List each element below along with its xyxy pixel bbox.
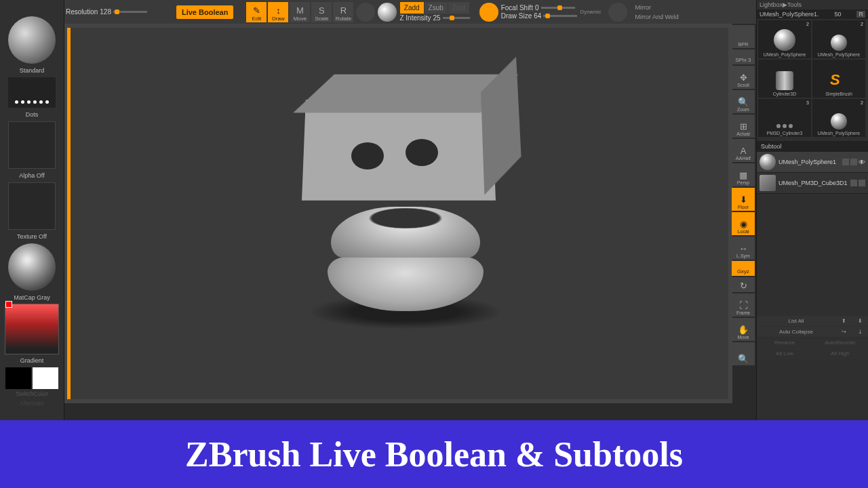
scroll-button[interactable]: ✥Scroll [732,66,755,89]
z-mode-chips: Zadd Zsub Zcut Z Intensity 25 [399,2,469,22]
zoom-icon: 🔍 [738,97,749,107]
tool-tile[interactable]: 3PM3D_Cylinder3 [758,99,811,137]
z-intensity-slider[interactable]: Z Intensity 25 [399,14,469,22]
frame-button[interactable]: ⛶Frame [732,293,755,317]
actual-button[interactable]: ⊞Actual [732,115,755,138]
alpha-slot[interactable] [8,121,56,169]
brush-preview[interactable] [8,16,56,64]
all-high-button[interactable]: All High [812,348,868,359]
dynamic-label[interactable]: Dynamic [580,9,601,15]
viewport[interactable] [64,24,732,403]
frame-icon: ⛶ [739,300,748,310]
left-shelf: Standard Dots Alpha Off Texture Off MatC… [0,0,64,488]
zoom-nav-button[interactable]: 🔍 [732,342,755,365]
top-toolbar: DynaMesh Resolution 128 Live Boolean ✎Ed… [64,0,868,24]
resolution-slider[interactable]: Resolution 128 [66,8,147,16]
autoreorder-button[interactable]: AutoReorder [812,338,868,348]
local-icon: ◉ [740,219,747,229]
brush-shape-button[interactable] [479,3,498,22]
subtool-flags [850,180,865,186]
subtool-section: Subtool UMesh_PolySphere1 👁 UMesh_PM3D_C… [757,141,868,359]
mode-buttons: ✎Edit ↕Draw MMove SScale RRotate [246,2,353,22]
persp-icon: ▦ [739,170,747,180]
gxyz-button[interactable]: Gxyz [732,261,755,276]
eye-icon[interactable]: 👁 [859,159,865,165]
floor-icon: ⬇ [740,195,747,205]
zoom2-icon: 🔍 [738,354,749,364]
material-button[interactable] [378,3,397,22]
alternate-label[interactable]: Alternate [18,399,45,408]
bpr-button[interactable]: BPR [732,25,755,48]
arrow-up-button[interactable]: ⬆ [835,316,852,326]
subtool-actions: List All ⬆ ⬇ Auto Collapse ↪ ⤓ Rename Au… [757,316,868,359]
floor-button[interactable]: ⬇Floor [732,188,755,211]
texture-slot[interactable] [8,182,56,230]
tool-tile[interactable]: Cylinder3D [758,60,811,98]
tool-tile[interactable]: SSimpleBrush [812,60,865,98]
color-picker[interactable] [5,304,59,354]
draw-icon: ↕ [276,5,281,16]
tool-tile[interactable]: 2UMesh_PolySphere [758,20,811,58]
tool-name[interactable]: UMesh_PolySphere1. [760,11,819,18]
spin-button[interactable]: ↻ [732,277,755,292]
arrow-down-button[interactable]: ⬇ [852,316,868,326]
fill-colors [5,367,58,389]
subtool-header[interactable]: Subtool [757,141,868,152]
hand-icon: ✋ [738,325,749,335]
viewport-accent-bar [67,28,71,399]
zoom-button[interactable]: 🔍Zoom [732,90,755,113]
list-all-button[interactable]: List All [757,316,835,326]
lsym-icon: ↔ [739,243,748,253]
gradient-label[interactable]: Gradient [19,356,45,365]
draw-button[interactable]: ↕Draw [268,2,288,22]
breadcrumb[interactable]: Lightbox▶Tools [757,0,868,9]
rgb-button[interactable] [356,3,375,22]
resolution-label: Resolution [66,8,98,16]
collapse-button[interactable]: ⤓ [852,327,868,337]
move-button[interactable]: MMove [290,2,310,22]
zsub-chip[interactable]: Zsub [425,2,448,14]
rename-button[interactable]: Rename [757,338,812,348]
tool-tile[interactable]: 2UMesh_PolySphere [812,20,865,58]
edit-button[interactable]: ✎Edit [246,2,267,22]
zadd-chip[interactable]: Zadd [400,2,424,14]
tool-panel: Lightbox▶Tools UMesh_PolySphere1. 50 R 2… [756,0,868,488]
live-boolean-button[interactable]: Live Boolean [176,5,233,19]
focal-shift-slider[interactable]: Focal Shift 0 [501,4,578,12]
draw-size-slider[interactable]: Draw Size 64 [501,12,578,20]
persp-button[interactable]: ▦Persp [732,163,755,186]
all-low-button[interactable]: All Low [757,348,812,359]
subtool-thumb-icon [760,175,776,191]
tool-r[interactable]: R [856,11,865,18]
material-preview[interactable] [8,243,56,291]
lsym-button[interactable]: ↔L.Sym [732,237,755,260]
tool-header: UMesh_PolySphere1. 50 R [757,9,868,19]
mirror-button[interactable]: Mirror [633,3,682,12]
tool-count: 50 [835,11,842,18]
local-button[interactable]: ◉Local [732,212,755,235]
material-name: MatCap Gray [12,293,52,302]
auto-collapse-button[interactable]: Auto Collapse [757,327,835,337]
move-icon: M [296,5,304,16]
alpha-name: Alpha Off [18,171,45,180]
subtool-item[interactable]: UMesh_PolySphere1 👁 [757,152,868,173]
scale-button[interactable]: SScale [311,2,332,22]
zcut-chip[interactable]: Zcut [448,2,469,14]
resolution-value: 128 [100,8,111,16]
mirror-weld-button[interactable]: Mirror And Weld [633,12,682,22]
actual-icon: ⊞ [740,121,747,131]
aahalf-icon: A [741,146,747,156]
gizmo-button[interactable] [608,3,627,22]
aahalf-button[interactable]: AAAHalf [732,139,755,162]
move-nav-button[interactable]: ✋Move [732,318,755,341]
color-white[interactable] [33,367,58,389]
stroke-preview[interactable] [8,77,56,108]
switchcolor-label[interactable]: SwitchColor [14,389,50,399]
banner-text: ZBrush Live Boolean & Subtools [185,434,683,474]
color-black[interactable] [5,367,31,389]
tool-tile[interactable]: 2UMesh_PolySphere [812,99,865,137]
spix-button[interactable]: SPix 3 [732,49,755,64]
redo-button[interactable]: ↪ [835,327,852,337]
subtool-item[interactable]: UMesh_PM3D_Cube3D1 [757,173,868,194]
rotate-button[interactable]: RRotate [333,2,353,22]
